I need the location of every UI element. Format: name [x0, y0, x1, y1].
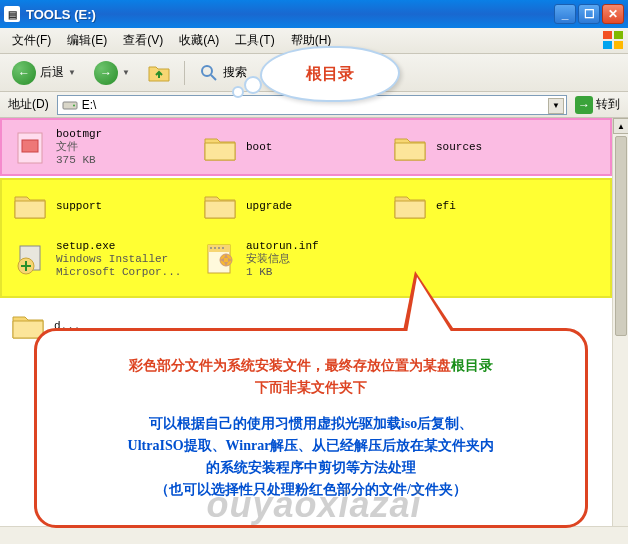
folder-icon [392, 188, 428, 224]
up-button[interactable] [142, 61, 176, 85]
menu-favorites[interactable]: 收藏(A) [171, 29, 227, 52]
go-label: 转到 [596, 96, 620, 113]
file-icon [12, 130, 48, 166]
menu-view[interactable]: 查看(V) [115, 29, 171, 52]
file-item-autorun[interactable]: autorun.inf 安装信息 1 KB [192, 232, 382, 287]
file-text: efi [436, 200, 456, 213]
scroll-up-icon[interactable]: ▲ [613, 118, 628, 134]
file-item-setup[interactable]: setup.exe Windows Installer Microsoft Co… [2, 232, 192, 287]
close-button[interactable]: ✕ [602, 4, 624, 24]
annotation-bubble: 根目录 [260, 46, 400, 102]
file-text: sources [436, 141, 482, 154]
svg-rect-11 [22, 140, 38, 152]
folder-icon [392, 130, 428, 166]
address-dropdown-icon[interactable]: ▼ [548, 98, 564, 114]
search-icon [199, 63, 219, 83]
svg-rect-3 [614, 41, 623, 49]
window-controls: _ ☐ ✕ [554, 4, 624, 24]
back-label: 后退 [40, 64, 64, 81]
svg-rect-0 [603, 31, 612, 39]
toolbar: ← 后退 ▼ → ▼ 搜索 根目录 [0, 54, 628, 92]
speech-line5: （也可以选择性只处理粉红色部分的文件/文件夹） [63, 479, 559, 501]
svg-point-16 [210, 247, 212, 249]
folder-icon [202, 130, 238, 166]
bubble-text: 根目录 [306, 64, 354, 85]
speech-line4: 的系统安装程序中剪切等方法处理 [63, 457, 559, 479]
menu-tools[interactable]: 工具(T) [227, 29, 282, 52]
forward-button[interactable]: → ▼ [88, 58, 136, 88]
forward-dropdown-icon[interactable]: ▼ [122, 68, 130, 77]
svg-point-18 [218, 247, 220, 249]
svg-rect-2 [603, 41, 612, 49]
vertical-scrollbar[interactable]: ▲ ▼ [612, 118, 628, 544]
file-item-support[interactable]: support [2, 180, 192, 232]
folder-icon [12, 188, 48, 224]
menu-file[interactable]: 文件(F) [4, 29, 59, 52]
svg-point-19 [222, 247, 224, 249]
address-value: E:\ [82, 98, 97, 112]
maximize-button[interactable]: ☐ [578, 4, 600, 24]
drive-icon: ▤ [4, 6, 20, 22]
file-item-bootmgr[interactable]: bootmgr 文件 375 KB [2, 120, 192, 175]
file-text: support [56, 200, 102, 213]
zone-yellow: support upgrade efi setup.exe Windows In… [0, 178, 612, 298]
svg-point-17 [214, 247, 216, 249]
titlebar: ▤ TOOLS (E:) _ ☐ ✕ [0, 0, 628, 28]
file-pane: bootmgr 文件 375 KB boot sources support u… [0, 118, 628, 544]
minimize-button[interactable]: _ [554, 4, 576, 24]
speech-line2: 可以根据自己的使用习惯用虚拟光驱加载iso后复制、 [63, 413, 559, 435]
svg-rect-1 [614, 31, 623, 39]
menu-edit[interactable]: 编辑(E) [59, 29, 115, 52]
drive-small-icon [62, 99, 78, 111]
file-text: autorun.inf 安装信息 1 KB [246, 240, 319, 279]
svg-line-5 [211, 75, 216, 80]
up-folder-icon [148, 64, 170, 82]
file-text: upgrade [246, 200, 292, 213]
windows-logo-icon [602, 30, 624, 50]
separator [184, 61, 185, 85]
forward-icon: → [94, 61, 118, 85]
search-label: 搜索 [223, 64, 247, 81]
back-dropdown-icon[interactable]: ▼ [68, 68, 76, 77]
file-text: boot [246, 141, 272, 154]
annotation-speech: 彩色部分文件为系统安装文件，最终存放位置为某盘根目录下而非某文件夹下 可以根据自… [34, 328, 588, 528]
scroll-thumb[interactable] [615, 136, 627, 336]
file-item-upgrade[interactable]: upgrade [192, 180, 382, 232]
back-icon: ← [12, 61, 36, 85]
speech-line3: UltraISO提取、Winrar解压、从已经解压后放在某文件夹内 [63, 435, 559, 457]
folder-icon [202, 188, 238, 224]
go-button[interactable]: → 转到 [571, 96, 624, 114]
svg-point-7 [73, 104, 75, 106]
address-label: 地址(D) [4, 96, 53, 113]
file-item-boot[interactable]: boot [192, 120, 382, 175]
status-bar [0, 526, 628, 544]
installer-icon [12, 242, 48, 278]
inf-icon [202, 242, 238, 278]
file-item-sources[interactable]: sources [382, 120, 572, 175]
file-text: setup.exe Windows Installer Microsoft Co… [56, 240, 181, 279]
file-item-efi[interactable]: efi [382, 180, 572, 232]
zone-pink: bootmgr 文件 375 KB boot sources [0, 118, 612, 176]
speech-line1: 彩色部分文件为系统安装文件，最终存放位置为某盘根目录下而非某文件夹下 [63, 355, 559, 399]
file-text: bootmgr 文件 375 KB [56, 128, 102, 167]
back-button[interactable]: ← 后退 ▼ [6, 58, 82, 88]
svg-point-4 [202, 66, 212, 76]
go-arrow-icon: → [575, 96, 593, 114]
window-title: TOOLS (E:) [26, 7, 554, 22]
